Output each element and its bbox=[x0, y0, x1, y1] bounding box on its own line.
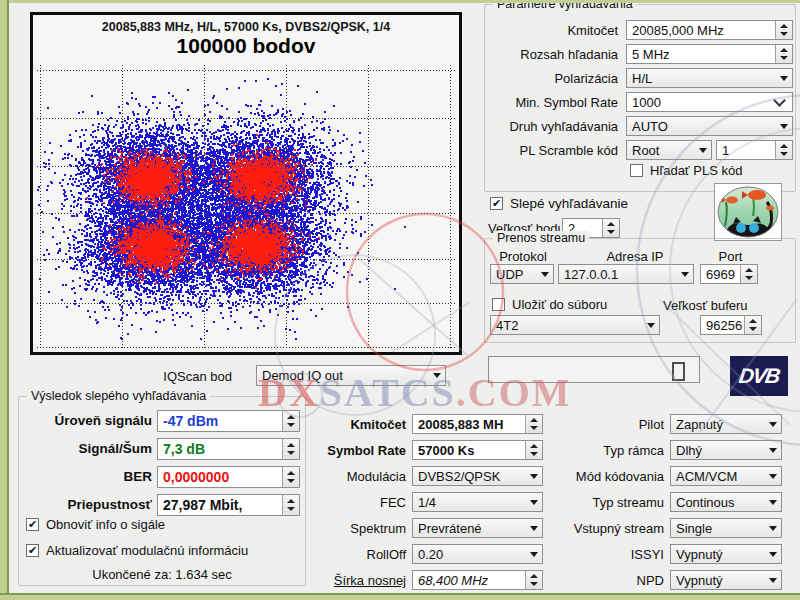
spinner-buttons[interactable] bbox=[740, 265, 757, 283]
page-frame-bottom bbox=[0, 593, 800, 600]
carrier-width-label: Šírka nosnej bbox=[298, 573, 406, 588]
frequency-value: 20085,000 MHz bbox=[627, 23, 775, 38]
search-type-value: AUTO bbox=[627, 119, 776, 134]
spinner-buttons[interactable] bbox=[525, 415, 542, 433]
dropdown-arrow-icon[interactable] bbox=[526, 545, 542, 563]
stream-type-dropdown[interactable]: Continous bbox=[670, 492, 782, 512]
spinner-buttons[interactable] bbox=[282, 439, 299, 459]
search-type-dropdown[interactable]: AUTO bbox=[626, 116, 793, 136]
blind-search-checkbox[interactable]: ✔ bbox=[490, 197, 503, 210]
dropdown-arrow-icon[interactable] bbox=[776, 69, 792, 87]
min-symbol-rate-combo[interactable]: 1000 bbox=[626, 92, 793, 112]
ber-value: 0,0000000 bbox=[158, 469, 282, 485]
search-range-spinner[interactable]: 5 MHz bbox=[626, 44, 793, 64]
update-modulation-info-checkbox[interactable]: ✔ bbox=[26, 544, 39, 557]
seven-segment-digit bbox=[672, 362, 685, 381]
fec-value: 1/4 bbox=[413, 495, 526, 510]
protocol-dropdown[interactable]: UDP bbox=[490, 264, 554, 284]
buffer-size-value: 96256 bbox=[701, 318, 744, 333]
save-to-file-checkbox[interactable] bbox=[492, 298, 505, 311]
npd-dropdown[interactable]: Vypnutý bbox=[670, 570, 782, 590]
dropdown-arrow-icon[interactable] bbox=[765, 441, 781, 459]
spinner-buttons[interactable] bbox=[744, 316, 761, 334]
refresh-signal-info-label: Obnoviť info o sigále bbox=[46, 517, 165, 532]
pl-scramble-mode-dropdown[interactable]: Root bbox=[626, 140, 712, 160]
spinner-buttons[interactable] bbox=[775, 45, 792, 63]
stream-group-title: Prenos streamu bbox=[493, 231, 589, 245]
find-pls-checkbox-label: Hľadať PLS kód bbox=[650, 163, 743, 178]
dropdown-arrow-icon[interactable] bbox=[643, 316, 659, 334]
spinner-buttons[interactable] bbox=[775, 21, 792, 39]
input-stream-label: Vstupný stream bbox=[552, 521, 664, 536]
buffer-size-spinner[interactable]: 96256 bbox=[700, 315, 762, 335]
snr-field[interactable]: 7,3 dB bbox=[157, 438, 300, 460]
min-symbol-rate-label: Min. Symbol Rate bbox=[486, 95, 618, 110]
refresh-signal-info-checkbox[interactable]: ✔ bbox=[26, 518, 39, 531]
dropdown-arrow-icon[interactable] bbox=[526, 519, 542, 537]
port-value: 6969 bbox=[701, 267, 740, 282]
spinner-buttons[interactable] bbox=[525, 441, 542, 459]
iqscan-source-dropdown[interactable]: Demod IQ out bbox=[256, 365, 446, 386]
constellation-panel: 20085,883 MHz, H/L, 57000 Ks, DVBS2/QPSK… bbox=[30, 12, 462, 355]
device-dropdown[interactable]: 4T2 bbox=[490, 315, 660, 335]
carrier-width-spinner[interactable]: 68,400 MHz bbox=[412, 570, 543, 590]
dropdown-arrow-icon[interactable] bbox=[537, 265, 553, 283]
combo-chevron-icon[interactable] bbox=[773, 94, 786, 107]
fishbowl-image bbox=[714, 183, 782, 241]
search-type-label: Druh vyhľadávania bbox=[486, 119, 618, 134]
find-pls-checkbox[interactable] bbox=[630, 164, 643, 177]
tuner-frequency-label: Kmitočet bbox=[298, 417, 406, 432]
dropdown-arrow-icon[interactable] bbox=[765, 571, 781, 589]
issyi-dropdown[interactable]: Vypnutý bbox=[670, 544, 782, 564]
frame-type-dropdown[interactable]: Dlhý bbox=[670, 440, 782, 460]
signal-level-field[interactable]: -47 dBm bbox=[157, 410, 300, 432]
port-header: Port bbox=[703, 249, 758, 264]
dvb-logo-text: DVB bbox=[737, 364, 780, 388]
scan-progress-bar bbox=[488, 356, 700, 383]
signal-level-value: -47 dBm bbox=[158, 413, 282, 429]
rolloff-dropdown[interactable]: 0.20 bbox=[412, 544, 543, 564]
symbol-rate-spinner[interactable]: 57000 Ks bbox=[412, 440, 543, 460]
protocol-header: Protokol bbox=[488, 249, 558, 264]
dropdown-arrow-icon[interactable] bbox=[429, 366, 445, 385]
pl-scramble-code-spinner[interactable]: 1 bbox=[716, 140, 793, 160]
fec-dropdown[interactable]: 1/4 bbox=[412, 492, 543, 512]
dropdown-arrow-icon[interactable] bbox=[765, 519, 781, 537]
spinner-buttons[interactable] bbox=[282, 467, 299, 487]
throughput-field[interactable]: 27,987 Mbit, bbox=[157, 494, 300, 516]
dropdown-arrow-icon[interactable] bbox=[695, 141, 711, 159]
dropdown-arrow-icon[interactable] bbox=[765, 493, 781, 511]
pl-scramble-code-value: 1 bbox=[717, 143, 775, 158]
dropdown-arrow-icon[interactable] bbox=[526, 493, 542, 511]
ip-address-dropdown[interactable]: 127.0.0.1 bbox=[558, 264, 694, 284]
dropdown-arrow-icon[interactable] bbox=[765, 545, 781, 563]
modulation-label: Modulácia bbox=[298, 469, 406, 484]
dropdown-arrow-icon[interactable] bbox=[765, 415, 781, 433]
spinner-buttons[interactable] bbox=[775, 141, 792, 159]
dropdown-arrow-icon[interactable] bbox=[765, 467, 781, 485]
spinner-buttons[interactable] bbox=[282, 495, 299, 515]
symbol-rate-value: 57000 Ks bbox=[413, 443, 525, 458]
rolloff-value: 0.20 bbox=[413, 547, 526, 562]
dropdown-arrow-icon[interactable] bbox=[526, 467, 542, 485]
tuner-frequency-spinner[interactable]: 20085,883 MH bbox=[412, 414, 543, 434]
ber-field[interactable]: 0,0000000 bbox=[157, 466, 300, 488]
input-stream-dropdown[interactable]: Single bbox=[670, 518, 782, 538]
spinner-buttons[interactable] bbox=[602, 219, 619, 237]
port-spinner[interactable]: 6969 bbox=[700, 264, 758, 284]
dropdown-arrow-icon[interactable] bbox=[776, 117, 792, 135]
spectrum-dropdown[interactable]: Prevrátené bbox=[412, 518, 543, 538]
frequency-spinner[interactable]: 20085,000 MHz bbox=[626, 20, 793, 40]
coding-mode-dropdown[interactable]: ACM/VCM bbox=[670, 466, 782, 486]
pilot-value: Zapnutý bbox=[671, 417, 765, 432]
carrier-width-value: 68,400 MHz bbox=[413, 573, 525, 588]
dropdown-arrow-icon[interactable] bbox=[677, 265, 693, 283]
pilot-dropdown[interactable]: Zapnutý bbox=[670, 414, 782, 434]
spectrum-value: Prevrátené bbox=[413, 521, 526, 536]
spinner-buttons[interactable] bbox=[282, 411, 299, 431]
polarization-dropdown[interactable]: H/L bbox=[626, 68, 793, 88]
buffer-size-label: Veľkosť buferu bbox=[663, 298, 748, 313]
spinner-buttons[interactable] bbox=[525, 571, 542, 589]
constellation-points-count: 100000 bodov bbox=[33, 34, 459, 58]
modulation-dropdown[interactable]: DVBS2/QPSK bbox=[412, 466, 543, 486]
